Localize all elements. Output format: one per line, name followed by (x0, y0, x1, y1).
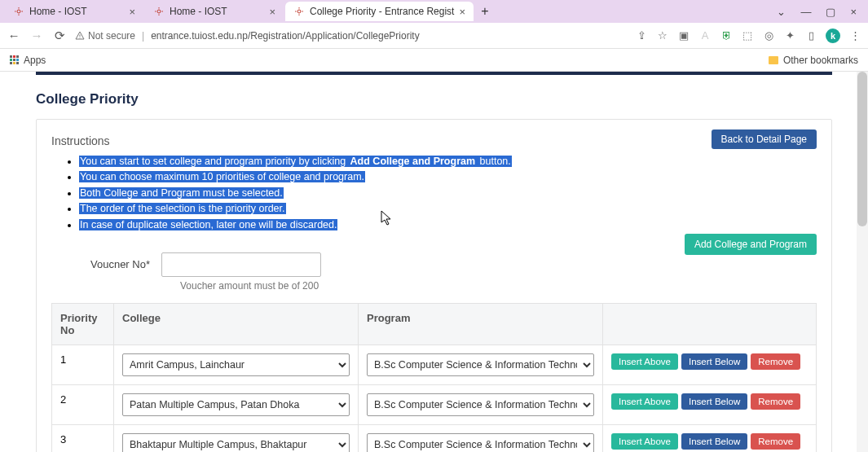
favicon-gear-icon (153, 6, 165, 17)
browser-tab[interactable]: College Priority - Entrance Regist × (285, 2, 474, 21)
instruction-item: The order of the selection is the priori… (79, 201, 817, 217)
svg-point-16 (80, 37, 81, 38)
insert-above-button[interactable]: Insert Above (611, 433, 678, 450)
extension-icon[interactable]: ▣ (677, 29, 690, 42)
insert-below-button[interactable]: Insert Below (681, 433, 747, 450)
th-actions (603, 303, 817, 344)
page-content: College Priority Back to Detail Page Ins… (0, 72, 868, 452)
browser-tab[interactable]: Home - IOST × (145, 2, 284, 21)
priority-no-cell: 3 (52, 424, 114, 452)
program-select[interactable]: B.Sc Computer Science & Information Tech… (367, 393, 594, 416)
college-select[interactable]: Patan Multiple Campus, Patan Dhoka (122, 393, 350, 416)
insert-below-button[interactable]: Insert Below (681, 353, 747, 370)
favicon-gear-icon (13, 6, 24, 17)
folder-icon (769, 56, 778, 64)
extension-icon[interactable]: A (698, 29, 712, 42)
remove-button[interactable]: Remove (751, 433, 800, 450)
bookmark-bar: Apps Other bookmarks (0, 49, 868, 72)
table-row: 3 Bhaktapur Multiple Campus, Bhaktapur B… (52, 424, 817, 452)
not-secure-badge: Not secure (75, 30, 135, 42)
new-tab-button[interactable]: + (475, 2, 495, 21)
tab-title: College Priority - Entrance Regist (310, 6, 454, 17)
close-icon[interactable]: × (850, 6, 857, 18)
url-text: entrance.tuiost.edu.np/Registration/Appl… (151, 30, 420, 42)
other-bookmarks[interactable]: Other bookmarks (769, 55, 858, 66)
scrollbar-thumb[interactable] (857, 72, 867, 226)
address-bar: ← → ⟳ Not secure | entrance.tuiost.edu.n… (0, 23, 868, 49)
voucher-label: Voucner No* (90, 258, 150, 270)
camera-icon[interactable]: ◎ (762, 29, 775, 42)
back-to-detail-button[interactable]: Back to Detail Page (712, 129, 817, 149)
svg-point-0 (17, 10, 20, 13)
main-panel: Back to Detail Page Instructions You can… (36, 119, 832, 452)
voucher-row: Voucner No* (90, 252, 817, 277)
program-select[interactable]: B.Sc Computer Science & Information Tech… (367, 353, 594, 376)
instruction-item: You can start to set college and program… (79, 154, 817, 169)
forward-icon[interactable]: → (29, 29, 44, 42)
instructions-heading: Instructions (51, 134, 817, 147)
favicon-gear-icon (293, 6, 305, 17)
svg-point-5 (157, 10, 161, 13)
priority-no-cell: 2 (52, 384, 114, 424)
star-icon[interactable]: ☆ (656, 29, 669, 42)
remove-button[interactable]: Remove (751, 393, 800, 410)
url-box[interactable]: Not secure | entrance.tuiost.edu.np/Regi… (75, 30, 627, 42)
minimize-icon[interactable]: — (800, 6, 811, 18)
voucher-input[interactable] (161, 252, 321, 277)
tab-close-icon[interactable]: × (269, 6, 275, 18)
share-icon[interactable]: ⇪ (635, 29, 648, 42)
insert-below-button[interactable]: Insert Below (681, 393, 747, 410)
puzzle-icon[interactable]: ✦ (783, 29, 796, 42)
priority-no-cell: 1 (52, 344, 114, 384)
priority-table: Priority No College Program 1 Amrit Camp… (51, 303, 817, 452)
other-bookmarks-label: Other bookmarks (783, 55, 858, 66)
apps-label: Apps (24, 55, 46, 66)
chevron-down-icon[interactable]: ⌄ (777, 6, 786, 18)
apps-shortcut[interactable]: Apps (10, 55, 46, 66)
not-secure-label: Not secure (88, 30, 135, 42)
devices-icon[interactable]: ▯ (804, 29, 817, 42)
shield-icon[interactable]: ⛨ (720, 29, 733, 42)
college-select[interactable]: Bhaktapur Multiple Campus, Bhaktapur (122, 433, 350, 452)
instruction-item: In case of duplicate selection, later on… (79, 217, 817, 233)
browser-tab[interactable]: Home - IOST × (5, 2, 143, 21)
tab-title: Home - IOST (29, 6, 87, 17)
profile-avatar[interactable]: k (826, 29, 840, 43)
vertical-scrollbar[interactable] (857, 72, 868, 452)
menu-icon[interactable]: ⋮ (848, 29, 861, 42)
back-icon[interactable]: ← (7, 29, 21, 42)
th-college: College (114, 303, 359, 344)
maximize-icon[interactable]: ▢ (826, 6, 835, 18)
window-controls: ⌄ — ▢ × (777, 6, 863, 18)
tab-close-icon[interactable]: × (129, 6, 135, 18)
th-priority-no: Priority No (52, 303, 114, 344)
add-college-program-button[interactable]: Add College and Program (685, 234, 817, 255)
svg-point-10 (297, 10, 301, 13)
insert-above-button[interactable]: Insert Above (611, 353, 678, 370)
voucher-help-text: Voucher amount must be of 200 (180, 280, 817, 292)
instructions-list: You can start to set college and program… (51, 154, 817, 233)
browser-tab-bar: Home - IOST × Home - IOST × College Prio… (0, 0, 868, 23)
apps-grid-icon (10, 55, 19, 64)
tab-close-icon[interactable]: × (459, 6, 465, 18)
table-row: 2 Patan Multiple Campus, Patan Dhoka B.S… (52, 384, 817, 424)
program-select[interactable]: B.Sc Computer Science & Information Tech… (367, 433, 594, 452)
remove-button[interactable]: Remove (751, 353, 800, 370)
tab-title: Home - IOST (170, 6, 227, 17)
instruction-item: Both College and Program must be selecte… (79, 186, 817, 201)
college-select[interactable]: Amrit Campus, Lainchaur (122, 353, 350, 376)
insert-above-button[interactable]: Insert Above (611, 393, 678, 410)
th-program: Program (359, 303, 603, 344)
instruction-item: You can choose maximum 10 priorities of … (79, 169, 817, 185)
page-title: College Priority (36, 85, 832, 119)
toolbar-icons: ⇪ ☆ ▣ A ⛨ ⬚ ◎ ✦ ▯ k ⋮ (635, 29, 861, 43)
table-row: 1 Amrit Campus, Lainchaur B.Sc Computer … (52, 344, 817, 384)
reload-icon[interactable]: ⟳ (52, 29, 67, 43)
cube-icon[interactable]: ⬚ (741, 29, 754, 42)
